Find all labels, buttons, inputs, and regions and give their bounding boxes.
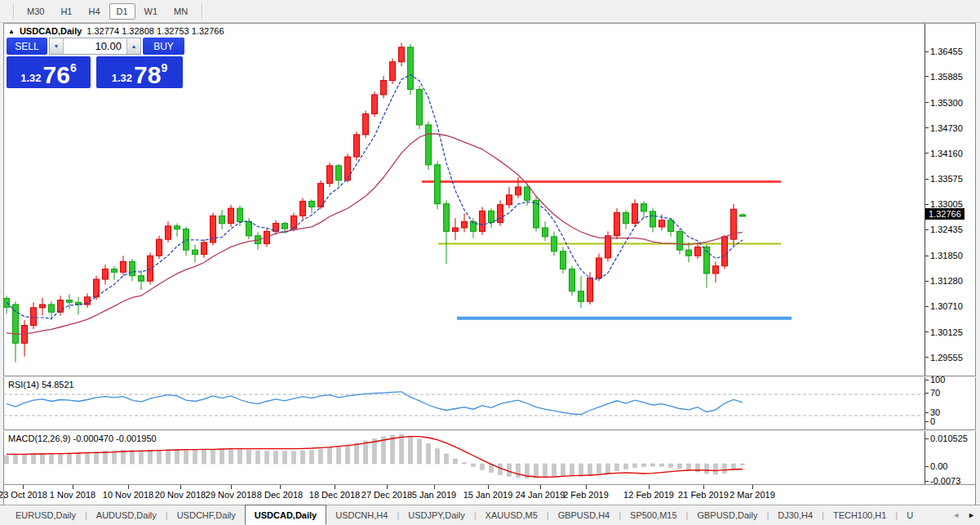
candle bbox=[237, 206, 243, 226]
tab-audusd-daily[interactable]: AUDUSD,Daily bbox=[87, 505, 166, 525]
date-tick-mark bbox=[180, 485, 181, 489]
macd-histogram-bar bbox=[714, 464, 718, 474]
candle bbox=[570, 266, 575, 296]
candle bbox=[435, 161, 441, 209]
tab-usdcad-daily[interactable]: USDCAD,Daily bbox=[245, 505, 326, 525]
candle bbox=[327, 162, 333, 187]
sell-price-prefix: 1.32 bbox=[20, 72, 41, 84]
candle bbox=[255, 232, 261, 250]
tab-scroll-left-icon[interactable]: ◄ bbox=[952, 511, 960, 519]
macd-histogram-bar bbox=[732, 464, 736, 469]
volume-decrease-icon[interactable]: ▼ bbox=[50, 38, 64, 54]
macd-histogram-bar bbox=[5, 456, 9, 464]
timeframe-button-D1[interactable]: D1 bbox=[109, 3, 135, 20]
macd-histogram-bar bbox=[50, 454, 54, 464]
rsi-label: RSI(14) 54.8521 bbox=[8, 380, 74, 389]
timeframe-buttons: M30H1H4D1W1MN bbox=[20, 3, 197, 20]
macd-histogram-bar bbox=[579, 464, 583, 476]
timeframe-button-W1[interactable]: W1 bbox=[137, 3, 166, 20]
timeframe-button-H1[interactable]: H1 bbox=[53, 3, 79, 20]
rsi-pane[interactable] bbox=[3, 377, 925, 429]
macd-histogram-bar bbox=[238, 450, 242, 464]
macd-histogram-bar bbox=[543, 464, 548, 477]
toolbar-grip bbox=[13, 4, 15, 19]
price-axis-label: 1.35300 bbox=[930, 98, 963, 108]
macd-histogram-bar bbox=[517, 464, 521, 478]
tab-gbpusd-h4[interactable]: GBPUSD,H4 bbox=[549, 505, 619, 525]
candle bbox=[552, 231, 557, 256]
buy-button[interactable]: BUY bbox=[143, 38, 184, 55]
sell-price-tile[interactable]: 1.32 76 6 bbox=[7, 56, 91, 88]
price-tick bbox=[925, 76, 929, 77]
timeframe-button-H4[interactable]: H4 bbox=[81, 3, 107, 20]
macd-histogram-bar bbox=[59, 453, 63, 464]
macd-histogram-bar bbox=[463, 463, 467, 464]
tab-sp500-m15[interactable]: SP500,M15 bbox=[621, 505, 685, 525]
price-tick bbox=[925, 357, 929, 358]
macd-histogram-bar bbox=[220, 450, 224, 464]
candle bbox=[408, 44, 414, 95]
macd-histogram-bar bbox=[642, 464, 646, 466]
tab-dj30-h4[interactable]: DJ30,H4 bbox=[769, 505, 822, 525]
macd-histogram-bar bbox=[337, 447, 341, 464]
macd-histogram-bar bbox=[651, 464, 655, 466]
timeframe-button-M30[interactable]: M30 bbox=[20, 3, 51, 20]
macd-histogram-bar bbox=[570, 464, 574, 476]
macd-histogram-bar bbox=[696, 464, 700, 472]
candle bbox=[426, 122, 432, 171]
candle bbox=[453, 218, 459, 240]
timeframe-button-MN[interactable]: MN bbox=[166, 3, 195, 20]
macd-histogram-bar bbox=[364, 441, 368, 464]
date-tick-mark bbox=[73, 485, 73, 489]
tab-usdjpy-daily[interactable]: USDJPY,Daily bbox=[399, 505, 474, 525]
collapse-arrow-icon[interactable]: ▲ bbox=[8, 28, 15, 35]
candle bbox=[22, 320, 28, 357]
tab-scroll-right-icon[interactable]: ► bbox=[968, 511, 975, 519]
macd-histogram-bar bbox=[292, 452, 296, 464]
macd-histogram-bar bbox=[68, 453, 72, 464]
date-axis-label: 1 Nov 2018 bbox=[50, 490, 95, 500]
volume-group: ▼ 10.00 ▲ bbox=[49, 38, 141, 55]
macd-histogram-bar bbox=[534, 464, 539, 478]
rsi-tick bbox=[925, 380, 929, 380]
macd-histogram-bar bbox=[409, 436, 413, 464]
tab-usdchf-daily[interactable]: USDCHF,Daily bbox=[168, 505, 245, 525]
macd-histogram-bar bbox=[23, 455, 27, 464]
macd-histogram-bar bbox=[122, 450, 126, 464]
macd-bottom-border bbox=[3, 484, 976, 485]
candle bbox=[596, 254, 602, 282]
tab-scroll-arrows: ◄ ► bbox=[949, 505, 978, 525]
candle bbox=[291, 213, 297, 232]
candle bbox=[650, 208, 656, 232]
macd-histogram-bar bbox=[400, 434, 404, 464]
macd-histogram-bar bbox=[723, 464, 727, 473]
price-axis-label: 1.34730 bbox=[930, 123, 963, 133]
macd-histogram-bar bbox=[355, 443, 359, 464]
volume-increase-icon[interactable]: ▲ bbox=[126, 38, 140, 54]
tab-tech100-h1[interactable]: TECH100,H1 bbox=[824, 505, 895, 525]
volume-input[interactable]: 10.00 bbox=[64, 38, 126, 54]
macd-histogram-bar bbox=[499, 464, 503, 474]
candle bbox=[175, 224, 180, 237]
buy-price-tile[interactable]: 1.32 78 9 bbox=[96, 56, 183, 88]
macd-histogram-bar bbox=[660, 464, 664, 466]
candle bbox=[686, 242, 692, 262]
price-axis-label: 1.31850 bbox=[930, 251, 963, 260]
tab-usdcnh-h4[interactable]: USDCNH,H4 bbox=[326, 505, 397, 525]
current-price-tag: 1.32766 bbox=[925, 208, 964, 220]
tab-gbpusd-daily[interactable]: GBPUSD,Daily bbox=[688, 505, 766, 525]
macd-histogram-bar bbox=[705, 464, 709, 474]
tab-u[interactable]: U bbox=[898, 505, 922, 525]
date-axis-label: 20 Nov 2018 bbox=[155, 490, 206, 500]
candle bbox=[507, 187, 512, 208]
macd-axis-label: 0.00 bbox=[930, 461, 947, 471]
date-tick-mark bbox=[128, 485, 129, 489]
rsi-axis-label: 100 bbox=[930, 375, 945, 385]
macd-histogram-bar bbox=[427, 443, 431, 464]
tab-xauusd-m5[interactable]: XAUUSD,M5 bbox=[477, 505, 547, 525]
macd-tick bbox=[925, 438, 929, 439]
price-tick bbox=[925, 127, 929, 128]
sell-button[interactable]: SELL bbox=[7, 38, 47, 55]
candle bbox=[614, 208, 620, 239]
tab-eurusd-daily[interactable]: EURUSD,Daily bbox=[7, 505, 85, 525]
